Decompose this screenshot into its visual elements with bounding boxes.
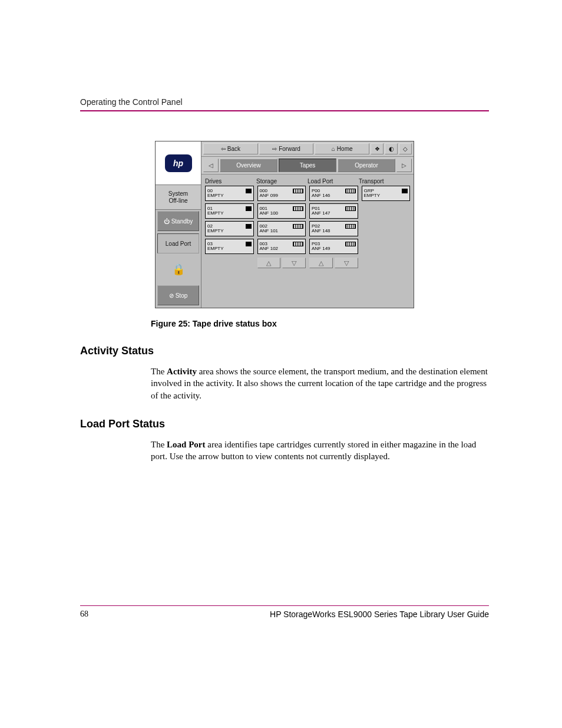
col-storage: 000ANF 099 001ANF 100 002ANF 101 003ANF … [257, 186, 306, 268]
cartridge-icon [345, 189, 356, 193]
stop-label: Stop [176, 292, 188, 299]
drive-slot[interactable]: 00EMPTY [205, 186, 254, 201]
running-head: Operating the Control Panel [80, 97, 489, 107]
heading-loadport: Load Port Status [80, 418, 489, 430]
triangle-left-icon: ◁ [209, 162, 213, 169]
para-text: The [151, 440, 167, 449]
slot-state: EMPTY [207, 229, 252, 233]
slot-label: ANF 149 [312, 246, 356, 251]
tape-icon [246, 189, 252, 193]
slot-label: ANF 099 [260, 193, 304, 198]
slot-label: ANF 146 [312, 193, 356, 198]
figure-wrap: hp System Off-line ⏻ Standby Load Port 🔒… [80, 141, 489, 308]
tab-overview[interactable]: Overview [220, 159, 277, 172]
tape-icon [402, 189, 408, 193]
figure-caption: Figure 25: Tape drive status box [151, 319, 489, 328]
home-label: Home [337, 146, 353, 152]
transport-slot[interactable]: GRPEMPTY [362, 186, 411, 201]
header-rule [80, 110, 489, 111]
tab-next-button[interactable]: ▷ [396, 159, 412, 172]
drive-slot[interactable]: 02EMPTY [205, 221, 254, 236]
cartridge-icon [293, 206, 303, 211]
para-bold: Activity [167, 367, 197, 376]
slot-state: EMPTY [207, 246, 252, 251]
heading-activity: Activity Status [80, 345, 489, 357]
loadport-up-button[interactable]: △ [309, 258, 333, 268]
system-status: System Off-line [156, 185, 201, 210]
forward-label: Forward [279, 146, 300, 152]
slot-label: ANF 102 [260, 246, 304, 251]
gui-main: ⇦ Back ⇨ Forward ⌂ Home ❖ ◐ ◇ [201, 141, 414, 308]
forward-arrow-icon: ⇨ [272, 146, 277, 152]
slot-state: EMPTY [207, 211, 252, 216]
header-transport: Transport [359, 178, 410, 185]
triangle-right-icon: ▷ [402, 162, 406, 169]
page-footer: 68 HP StorageWorks ESL9000 Series Tape L… [80, 605, 489, 619]
back-arrow-icon: ⇦ [221, 146, 226, 152]
drive-slot[interactable]: 01EMPTY [205, 203, 254, 219]
cartridge-icon [345, 242, 356, 246]
loadport-button[interactable]: Load Port [157, 233, 199, 253]
tape-icon [246, 242, 252, 246]
header-storage: Storage [256, 178, 308, 185]
storage-slot[interactable]: 002ANF 101 [257, 221, 306, 236]
cartridge-icon [345, 206, 356, 211]
tab-prev-button[interactable]: ◁ [203, 159, 219, 172]
drive-slot[interactable]: 03EMPTY [205, 239, 254, 254]
cartridge-icon [293, 242, 303, 246]
help-button[interactable]: ❖ [371, 143, 384, 154]
slot-label: ANF 147 [312, 211, 356, 216]
help-icon: ❖ [375, 146, 380, 152]
guide-title: HP StorageWorks ESL9000 Series Tape Libr… [270, 610, 489, 619]
page-number: 68 [80, 610, 88, 619]
storage-slot[interactable]: 001ANF 100 [257, 203, 306, 219]
loadport-slot[interactable]: P02ANF 148 [309, 221, 358, 236]
col-transport: GRPEMPTY [362, 186, 411, 268]
home-button[interactable]: ⌂ Home [315, 143, 369, 154]
back-button[interactable]: ⇦ Back [203, 143, 258, 154]
stop-icon: ⊘ [169, 292, 174, 299]
loadport-label: Load Port [166, 241, 191, 247]
loadport-down-button[interactable]: ▽ [335, 258, 358, 268]
storage-down-button[interactable]: ▽ [282, 258, 306, 268]
storage-slot[interactable]: 003ANF 102 [257, 239, 306, 254]
cartridge-icon [293, 189, 303, 193]
forward-button[interactable]: ⇨ Forward [259, 143, 314, 154]
gui-toolbar: ⇦ Back ⇨ Forward ⌂ Home ❖ ◐ ◇ [201, 141, 414, 157]
storage-slot[interactable]: 000ANF 099 [257, 186, 306, 201]
tape-icon [246, 224, 252, 229]
gui-subtabs: ◁ Overview Tapes Operator ▷ [201, 157, 414, 174]
power-icon: ⏻ [164, 218, 170, 225]
standby-label: Standby [171, 218, 193, 225]
header-drives: Drives [205, 178, 256, 185]
footer-rule [80, 605, 489, 606]
standby-button[interactable]: ⏻ Standby [157, 211, 199, 231]
home-icon: ⌂ [332, 146, 335, 152]
para-activity: The Activity area shows the source eleme… [151, 365, 489, 401]
diamond-icon: ◇ [403, 146, 408, 152]
storage-up-button[interactable]: △ [257, 258, 281, 268]
lock-icon: 🔒 [172, 263, 185, 276]
triangle-down-icon: ▽ [344, 259, 349, 267]
para-text: The [151, 367, 167, 376]
slot-label: ANF 148 [312, 229, 356, 233]
gui-column-headers: Drives Storage Load Port Transport [201, 174, 414, 186]
loadport-slot[interactable]: P01ANF 147 [309, 203, 358, 219]
contrast-icon: ◐ [389, 146, 394, 152]
loadport-slot[interactable]: P00ANF 146 [309, 186, 358, 201]
tab-operator[interactable]: Operator [338, 159, 395, 172]
tab-tapes[interactable]: Tapes [279, 159, 336, 172]
loadport-slot[interactable]: P03ANF 149 [309, 239, 358, 254]
settings-button[interactable]: ◇ [399, 143, 412, 154]
triangle-down-icon: ▽ [292, 259, 296, 267]
contrast-button[interactable]: ◐ [385, 143, 398, 154]
stop-button[interactable]: ⊘ Stop [157, 285, 199, 305]
slot-label: ANF 100 [260, 211, 304, 216]
gui-sidebar: hp System Off-line ⏻ Standby Load Port 🔒… [156, 141, 201, 308]
control-panel-gui: hp System Off-line ⏻ Standby Load Port 🔒… [155, 141, 414, 308]
lock-area: 🔒 [156, 255, 201, 284]
triangle-up-icon: △ [319, 259, 323, 267]
cartridge-icon [293, 224, 303, 229]
triangle-up-icon: △ [266, 259, 271, 267]
back-label: Back [227, 146, 240, 152]
